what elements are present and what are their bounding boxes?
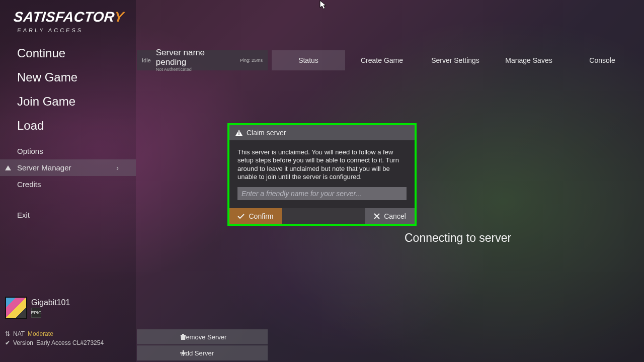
trash-icon [180, 333, 186, 340]
check-icon: ✔ [5, 338, 10, 347]
nat-value: Moderate [28, 329, 53, 338]
check-icon [237, 214, 245, 219]
warning-icon [235, 130, 243, 136]
claim-server-dialog: Claim server This server is unclaimed. Y… [227, 123, 417, 226]
menu-new-game[interactable]: New Game [0, 65, 136, 89]
add-server-button[interactable]: Add Server [137, 345, 268, 360]
user-name: Gigabit101 [31, 298, 70, 307]
server-list-item[interactable]: Idle Server name pending Not Authenticat… [137, 50, 268, 70]
logo-text-y: Y [114, 9, 125, 25]
server-auth-status: Not Authenticated [156, 67, 235, 72]
nat-label: NAT [13, 329, 25, 338]
network-info: ⇅ NAT Moderate ✔ Version Early Access CL… [5, 329, 104, 347]
confirm-button[interactable]: Confirm [229, 208, 282, 224]
server-name: Server name pending [156, 48, 235, 67]
dialog-actions: Confirm Cancel [229, 208, 415, 224]
menu-continue[interactable]: Continue [0, 41, 136, 65]
version-label: Version [13, 338, 33, 347]
tab-status[interactable]: Status [272, 50, 345, 70]
tab-create-game[interactable]: Create Game [345, 50, 419, 70]
tab-server-settings[interactable]: Server Settings [419, 50, 492, 70]
mouse-cursor-icon [319, 0, 328, 10]
logo-text: SATISFACTOR [13, 9, 115, 25]
user-card: Gigabit101 EPIC [5, 297, 70, 319]
game-logo-subtitle: EARLY ACCESS [0, 27, 136, 38]
cancel-button[interactable]: Cancel [365, 208, 415, 224]
close-icon [374, 213, 380, 219]
server-ping: Ping: 25ms [240, 58, 263, 63]
dialog-body-text: This server is unclaimed. You will need … [237, 148, 407, 181]
server-name-input[interactable] [237, 187, 407, 200]
menu-server-manager[interactable]: Server Manager › [0, 159, 136, 176]
menu-exit[interactable]: Exit [0, 207, 136, 223]
connecting-label: Connecting to server [405, 231, 511, 245]
menu-join-game[interactable]: Join Game [0, 89, 136, 114]
tab-manage-saves[interactable]: Manage Saves [492, 50, 566, 70]
chevron-right-icon: › [116, 164, 119, 172]
plus-icon [180, 350, 186, 356]
server-tabs: Status Create Game Server Settings Manag… [272, 50, 644, 70]
nat-icon: ⇅ [5, 329, 10, 338]
menu-options[interactable]: Options [0, 143, 136, 159]
dialog-title-bar: Claim server [229, 125, 415, 140]
remove-server-button[interactable]: Remove Server [137, 329, 268, 344]
main-menu: Continue New Game Join Game Load Options… [0, 38, 136, 223]
avatar [5, 297, 27, 319]
menu-load[interactable]: Load [0, 114, 136, 138]
server-state: Idle [142, 57, 151, 63]
version-value: Early Access CL#273254 [36, 338, 104, 347]
game-logo: SATISFACTORY [0, 0, 137, 27]
platform-badge: EPIC [31, 308, 41, 318]
server-controls: Remove Server Add Server [137, 329, 268, 361]
dialog-spacer [282, 208, 365, 224]
main-menu-sidebar: SATISFACTORY EARLY ACCESS Continue New G… [0, 0, 136, 362]
dialog-title: Claim server [247, 129, 286, 137]
tab-console[interactable]: Console [566, 50, 639, 70]
menu-credits[interactable]: Credits [0, 176, 136, 193]
